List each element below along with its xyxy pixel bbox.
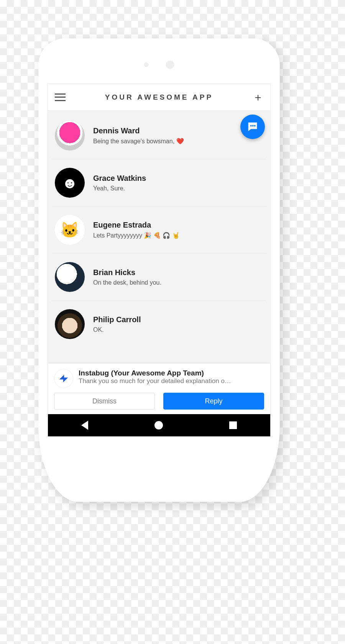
notification-title: Instabug (Your Awesome App Team) (79, 369, 231, 377)
nav-home-icon[interactable] (154, 421, 163, 429)
message-preview: On the desk, behind you. (93, 279, 263, 286)
notification-body: Thank you so much for your detailed expl… (79, 377, 231, 385)
avatar: 🐱 (55, 215, 85, 245)
nav-back-icon[interactable] (81, 421, 88, 430)
menu-icon[interactable] (55, 93, 66, 101)
conversation-row[interactable]: 🐱 Eugene Estrada Lets Partyyyyyyyy 🎉 🍕 🎧… (52, 206, 266, 254)
svg-point-0 (250, 125, 252, 126)
conversation-list[interactable]: Dennis Ward Being the savage's bowsman, … (48, 111, 270, 364)
contact-name: Brian Hicks (93, 268, 263, 277)
app-screen: YOUR AWESOME APP ＋ Dennis Ward (48, 84, 271, 437)
contact-name: Grace Watkins (93, 174, 263, 183)
message-preview: Lets Partyyyyyyyy 🎉 🍕 🎧 🤘 (93, 232, 263, 239)
dismiss-button[interactable]: Dismiss (54, 393, 155, 410)
conversation-row[interactable]: ☻ Grace Watkins Yeah, Sure. (52, 159, 266, 206)
nav-recent-icon[interactable] (229, 421, 237, 429)
device-speaker (144, 61, 174, 69)
app-topbar: YOUR AWESOME APP ＋ (48, 84, 270, 111)
message-preview: OK. (93, 326, 263, 333)
message-preview: Yeah, Sure. (93, 185, 263, 192)
contact-name: Dennis Ward (93, 126, 263, 135)
instabug-logo-icon (54, 369, 73, 388)
conversation-row[interactable]: Brian Hicks On the desk, behind you. (52, 254, 266, 301)
reply-button[interactable]: Reply (163, 393, 264, 410)
avatar (55, 309, 85, 339)
add-icon[interactable]: ＋ (253, 90, 263, 105)
message-preview: Being the savage's bowsman, ❤️ (93, 138, 263, 145)
svg-point-1 (252, 125, 254, 126)
avatar (55, 121, 85, 151)
conversation-row[interactable]: Philip Carroll OK. (52, 301, 266, 339)
android-navbar (48, 414, 270, 436)
new-chat-fab[interactable] (240, 115, 265, 139)
in-app-notification: Instabug (Your Awesome App Team) Thank y… (48, 364, 270, 414)
avatar: ☻ (55, 168, 85, 198)
contact-name: Eugene Estrada (93, 221, 263, 229)
avatar (55, 262, 85, 292)
svg-point-2 (254, 125, 256, 126)
conversation-row[interactable]: Dennis Ward Being the savage's bowsman, … (52, 112, 266, 159)
app-title: YOUR AWESOME APP (105, 93, 213, 102)
contact-name: Philip Carroll (93, 315, 263, 324)
chat-bubble-icon (246, 120, 259, 133)
device-frame: YOUR AWESOME APP ＋ Dennis Ward (38, 38, 280, 502)
